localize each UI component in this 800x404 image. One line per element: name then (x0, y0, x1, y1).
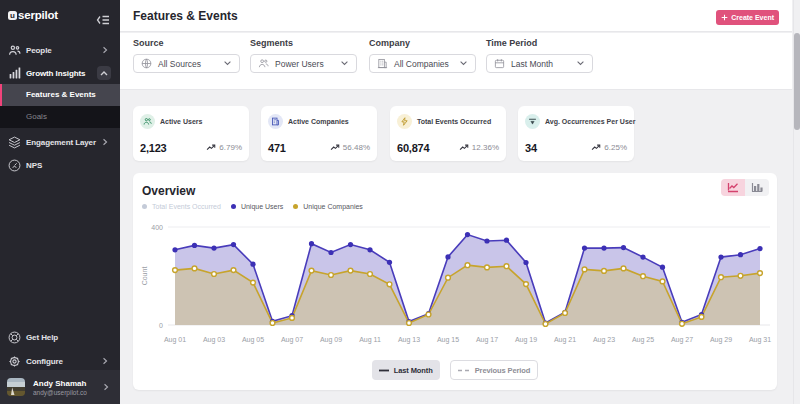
svg-text:Count: Count (141, 267, 148, 286)
svg-text:Aug 23: Aug 23 (593, 336, 615, 344)
svg-text:Aug 03: Aug 03 (203, 336, 225, 344)
svg-text:Aug 05: Aug 05 (242, 336, 264, 344)
svg-text:0: 0 (159, 322, 163, 329)
svg-text:Aug 13: Aug 13 (398, 336, 420, 344)
svg-text:400: 400 (151, 224, 163, 231)
svg-text:Aug 29: Aug 29 (710, 336, 732, 344)
svg-text:Aug 01: Aug 01 (164, 336, 186, 344)
svg-text:Aug 07: Aug 07 (281, 336, 303, 344)
svg-text:Aug 11: Aug 11 (359, 336, 381, 344)
svg-text:Aug 17: Aug 17 (476, 336, 498, 344)
svg-text:Aug 27: Aug 27 (671, 336, 693, 344)
svg-text:Aug 25: Aug 25 (632, 336, 654, 344)
svg-text:Aug 21: Aug 21 (554, 336, 576, 344)
svg-text:Aug 19: Aug 19 (515, 336, 537, 344)
svg-text:Aug 09: Aug 09 (320, 336, 342, 344)
svg-text:Aug 15: Aug 15 (437, 336, 459, 344)
svg-text:Aug 31: Aug 31 (749, 336, 771, 344)
